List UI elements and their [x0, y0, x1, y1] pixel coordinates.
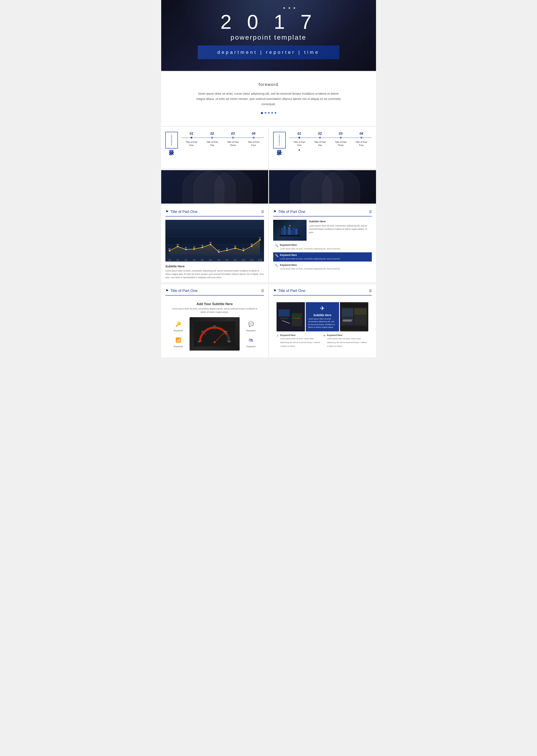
- right-body-text: Lorem ipsum dolor sit amet, consectetur …: [309, 224, 372, 234]
- slide6-office-image: [340, 302, 368, 331]
- contents-item-2-1: 01 Title of PartOne ▲: [289, 132, 310, 151]
- section-title-4: ⚑ Title of Part One: [273, 288, 305, 293]
- dark-image-row: [161, 170, 376, 204]
- arch-3: [215, 170, 252, 203]
- section-header-3: ⚑ Title of Part One ☰: [165, 288, 264, 296]
- hero-subtitle: powerpoint template: [230, 34, 306, 41]
- section-header-2: ⚑ Title of Part One ☰: [273, 209, 372, 217]
- svg-rect-85: [343, 320, 352, 321]
- chart-area: 42 54 47 48 50 57 37 44 52 43 59 74 1月 2…: [165, 220, 264, 262]
- contents-num-2-3: 03: [339, 132, 343, 136]
- svg-point-6: [185, 249, 186, 250]
- right-top: Subtitle Here Lorem ipsum dolor sit amet…: [273, 220, 372, 241]
- icon-label-1: Keyword: [174, 329, 183, 332]
- svg-rect-68: [279, 310, 289, 316]
- keyword-item-3: 🔧 Keyword Here Lorem ipsum dolor sit ame…: [273, 262, 372, 272]
- contents-box-2: CONTENTS 目录: [273, 132, 286, 148]
- contents-num-2-2: 02: [318, 132, 322, 136]
- speedometer-img: 20 80 140 180 220: [189, 317, 240, 351]
- icon-label-4: Keyword: [246, 345, 256, 348]
- svg-text:2月: 2月: [176, 259, 179, 261]
- svg-rect-48: [279, 235, 300, 236]
- foreword-slide: foreword lorem ipsum dolor sit amet, con…: [161, 72, 376, 126]
- speedometer-svg: 20 80 140 180 220: [194, 321, 235, 346]
- slide6-desk-image: [276, 302, 305, 331]
- kw-bottom-desc-2: Lorem ipsum dolor sit amet, conse ctetur…: [327, 338, 367, 347]
- contents-item-1-1: 01 Title of PartOne: [181, 132, 202, 147]
- contents-text-1-1: Title of PartOne: [186, 141, 197, 147]
- dot-1: [261, 112, 263, 114]
- section-title-2: ⚑ Title of Part One: [273, 209, 305, 214]
- svg-text:3月: 3月: [185, 259, 187, 261]
- icons-section: Add Your Subtitle Here Lorem ipsum dolor…: [165, 299, 264, 354]
- overlay-text: Lorem ipsum dolor sit amet, consectetur …: [308, 317, 337, 329]
- chat-icon: 💬: [247, 320, 255, 328]
- hero-banner: department | reporter | time: [198, 45, 340, 59]
- icon-item-3: 💬 Keyword: [246, 320, 256, 332]
- menu-icon-4: ☰: [369, 289, 372, 293]
- icon-col-left: 🔑 Keyword 📶 Keyword: [170, 320, 187, 348]
- flag-icon-2: ⚑: [273, 209, 276, 214]
- foreword-title: foreword: [178, 82, 359, 87]
- contents-inner-2: CONTENTS 目录 01 Title of PartOne ▲ 02 Tit…: [273, 132, 372, 151]
- contents-item-2-3: 03 Title of PartThree: [330, 132, 351, 147]
- kw-bottom-desc-1: Lorem ipsum dolor sit amet, conse ctetur…: [280, 338, 320, 347]
- slide6-images: ✈ Subtitle Here Lorem ipsum dolor sit am…: [276, 302, 368, 331]
- svg-text:11月: 11月: [250, 259, 254, 261]
- flag-icon-4: ⚑: [273, 288, 276, 293]
- svg-text:4月: 4月: [193, 259, 196, 261]
- svg-rect-52: [293, 228, 294, 229]
- svg-text:6月: 6月: [209, 259, 212, 261]
- svg-rect-74: [295, 318, 296, 319]
- section-title-text-1: Title of Part One: [170, 210, 197, 214]
- keyword-title-1: Keyword Here: [280, 244, 341, 246]
- dot-2: [265, 112, 266, 114]
- contents-num-1-2: 02: [210, 132, 214, 136]
- svg-text:1月: 1月: [168, 259, 171, 261]
- contents-text-1-3: Title of PartThree: [227, 141, 239, 147]
- svg-text:59: 59: [250, 243, 253, 245]
- svg-text:5月: 5月: [201, 259, 204, 261]
- svg-rect-80: [342, 308, 353, 317]
- section-row-2: ⚑ Title of Part One ☰ Add Your Subtitle …: [161, 284, 376, 358]
- svg-text:220: 220: [227, 341, 231, 343]
- contents-num-2-4: 04: [359, 132, 363, 136]
- slide6-blue-overlay: ✈ Subtitle Here Lorem ipsum dolor sit am…: [306, 302, 339, 331]
- section-slide-chart: ⚑ Title of Part One ☰: [161, 205, 268, 282]
- dot-3: [268, 112, 269, 114]
- svg-text:74: 74: [259, 237, 261, 239]
- svg-rect-50: [284, 227, 284, 227]
- svg-text:20: 20: [197, 341, 200, 343]
- contents-item-2-4: 04 Title of PartFour: [351, 132, 372, 147]
- svg-point-65: [214, 341, 216, 343]
- add-subtitle: Add Your Subtitle Here: [170, 302, 260, 306]
- svg-text:44: 44: [226, 247, 228, 249]
- chart-subtitle: Subtitle Here: [165, 265, 264, 268]
- section-title-1: ⚑ Title of Part One: [165, 209, 197, 214]
- keyword-bottom-2: ✕ Keyword Here Lorem ipsum dolor sit ame…: [323, 334, 368, 348]
- svg-rect-84: [343, 320, 352, 320]
- svg-rect-75: [296, 318, 298, 319]
- menu-icon-2: ☰: [369, 210, 372, 214]
- contents-slide-1: CONTENTS 目录 01 Title of PartOne 02 Title…: [161, 127, 268, 169]
- section-title-3: ⚑ Title of Part One: [165, 288, 197, 293]
- dot-5: [275, 112, 276, 114]
- hero-slide: ★ ★ ★ 2 0 1 7 powerpoint template depart…: [161, 0, 376, 71]
- search-icon: 🔍: [275, 244, 278, 247]
- overlay-title: Subtitle Here: [313, 314, 331, 317]
- contents-item-2-2: 02 Title of PartTwo: [310, 132, 330, 147]
- key-icon: 🔑: [174, 320, 183, 328]
- svg-text:80: 80: [201, 331, 203, 333]
- right-subtitle: Subtitle Here: [309, 220, 372, 223]
- kw-bottom-title-1: Keyword Here: [280, 334, 322, 336]
- svg-rect-69: [280, 318, 288, 319]
- svg-point-7: [193, 248, 195, 250]
- icon-label-3: Keyword: [246, 329, 256, 332]
- svg-text:8月: 8月: [226, 259, 228, 261]
- contents-num-2-1: 01: [297, 132, 301, 136]
- svg-rect-81: [342, 317, 353, 325]
- section-title-text-4: Title of Part One: [278, 289, 305, 293]
- edit-icon: ✏️: [275, 254, 278, 257]
- section-header-1: ⚑ Title of Part One ☰: [165, 209, 264, 217]
- svg-text:9月: 9月: [234, 259, 237, 261]
